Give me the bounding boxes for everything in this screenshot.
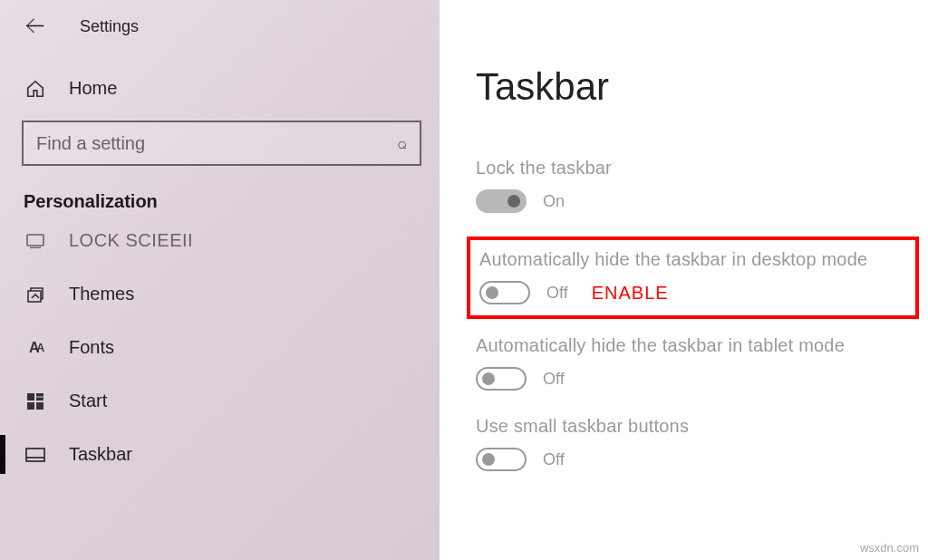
- svg-rect-0: [27, 235, 44, 246]
- toggle-state: Off: [543, 370, 565, 389]
- toggle-row: Off ENABLE: [476, 281, 910, 304]
- themes-icon: [25, 285, 45, 304]
- home-nav-item[interactable]: Home: [0, 56, 440, 121]
- home-label: Home: [69, 78, 117, 99]
- toggle-row: Off: [476, 448, 919, 471]
- toggle-knob: [482, 453, 495, 466]
- toggle-lock-taskbar[interactable]: [476, 189, 527, 213]
- sidebar-item-fonts[interactable]: AA Fonts: [0, 321, 440, 374]
- sidebar-item-lock-screen[interactable]: LOCK SCIEEII: [0, 225, 440, 267]
- enable-annotation: ENABLE: [592, 283, 669, 304]
- setting-label: Lock the taskbar: [476, 158, 919, 179]
- search-icon: ⌕: [397, 134, 407, 153]
- sidebar-item-label: Themes: [69, 284, 134, 304]
- svg-rect-5: [36, 397, 44, 401]
- toggle-row: Off: [476, 367, 919, 391]
- setting-label: Use small taskbar buttons: [476, 416, 919, 437]
- back-arrow-icon[interactable]: 🡠: [25, 14, 45, 38]
- page-title: Taskbar: [476, 65, 919, 109]
- sidebar-item-taskbar[interactable]: Taskbar: [0, 428, 440, 481]
- toggle-state: Off: [543, 450, 565, 469]
- toggle-knob: [486, 286, 498, 299]
- search-input[interactable]: [36, 133, 397, 154]
- setting-hide-tablet: Automatically hide the taskbar in tablet…: [476, 333, 919, 392]
- sidebar-item-start[interactable]: Start: [0, 374, 440, 428]
- svg-rect-7: [36, 402, 44, 410]
- home-icon: [25, 79, 45, 99]
- setting-label: Automatically hide the taskbar in deskto…: [479, 249, 910, 270]
- section-title: Personalization: [0, 166, 440, 225]
- toggle-row: On: [476, 189, 919, 213]
- toggle-knob: [508, 195, 520, 208]
- sidebar-item-themes[interactable]: Themes: [0, 267, 440, 321]
- header-row: 🡠 Settings: [0, 14, 440, 56]
- svg-rect-8: [26, 449, 44, 461]
- sidebar-item-label: Fonts: [69, 337, 114, 358]
- toggle-state: On: [543, 192, 565, 211]
- setting-lock-taskbar: Lock the taskbar On: [476, 156, 919, 215]
- setting-label: Automatically hide the taskbar in tablet…: [476, 335, 919, 356]
- content-panel: Taskbar Lock the taskbar On Automaticall…: [440, 0, 928, 560]
- sidebar-item-label: Start: [69, 391, 107, 411]
- toggle-small-buttons[interactable]: [476, 448, 527, 471]
- sidebar-item-label: LOCK SCIEEII: [69, 230, 193, 251]
- fonts-icon: AA: [25, 338, 45, 358]
- svg-rect-4: [36, 393, 44, 397]
- settings-sidebar: 🡠 Settings Home ⌕ Personalization LOCK S…: [0, 0, 440, 560]
- toggle-state: Off: [546, 284, 568, 303]
- toggle-hide-desktop[interactable]: [479, 281, 530, 304]
- setting-small-buttons: Use small taskbar buttons Off: [476, 414, 919, 473]
- taskbar-icon: [25, 445, 45, 465]
- svg-rect-3: [27, 393, 34, 401]
- lock-screen-icon: [25, 231, 45, 251]
- svg-rect-6: [27, 402, 34, 410]
- start-icon: [25, 391, 45, 411]
- toggle-hide-tablet[interactable]: [476, 367, 527, 391]
- highlight-annotation-box: Automatically hide the taskbar in deskto…: [467, 237, 919, 319]
- watermark: wsxdn.com: [860, 541, 919, 555]
- search-box[interactable]: ⌕: [22, 121, 421, 166]
- sidebar-item-label: Taskbar: [69, 444, 132, 465]
- toggle-knob: [482, 372, 495, 385]
- settings-title: Settings: [80, 17, 139, 36]
